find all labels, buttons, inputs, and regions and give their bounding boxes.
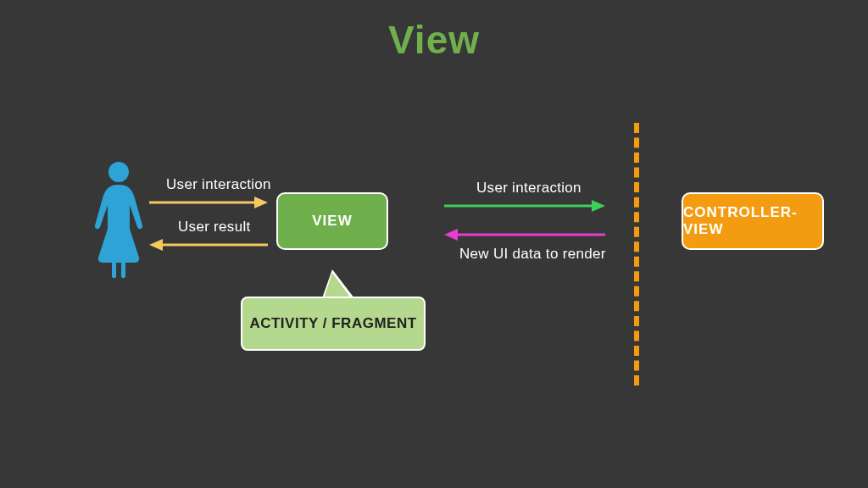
svg-marker-8 bbox=[444, 229, 458, 241]
arrow-label-view-to-ctrl: User interaction bbox=[476, 180, 581, 197]
arrow-label-user-to-view: User interaction bbox=[166, 176, 271, 193]
svg-point-0 bbox=[108, 162, 129, 182]
arrow-label-view-to-user: User result bbox=[178, 219, 251, 236]
callout-label: ACTIVITY / FRAGMENT bbox=[249, 315, 416, 332]
svg-marker-6 bbox=[592, 200, 605, 212]
arrow-ctrl-to-view bbox=[444, 227, 605, 242]
page-title: View bbox=[0, 17, 868, 63]
callout-tail bbox=[324, 273, 351, 298]
arrow-user-to-view bbox=[149, 195, 268, 210]
arrow-view-to-ctrl bbox=[444, 198, 605, 214]
controller-view-node: CONTROLLER-VIEW bbox=[682, 192, 824, 250]
arrow-label-ctrl-to-view: New UI data to render bbox=[459, 246, 606, 263]
view-node-label: VIEW bbox=[312, 213, 352, 230]
svg-marker-2 bbox=[254, 197, 268, 208]
divider-line bbox=[634, 123, 639, 385]
view-node: VIEW bbox=[276, 192, 388, 250]
callout-activity-fragment: ACTIVITY / FRAGMENT bbox=[241, 297, 426, 351]
controller-view-label: CONTROLLER-VIEW bbox=[683, 204, 822, 238]
svg-marker-4 bbox=[149, 239, 163, 251]
arrow-view-to-user bbox=[149, 237, 268, 252]
person-icon bbox=[93, 161, 144, 280]
